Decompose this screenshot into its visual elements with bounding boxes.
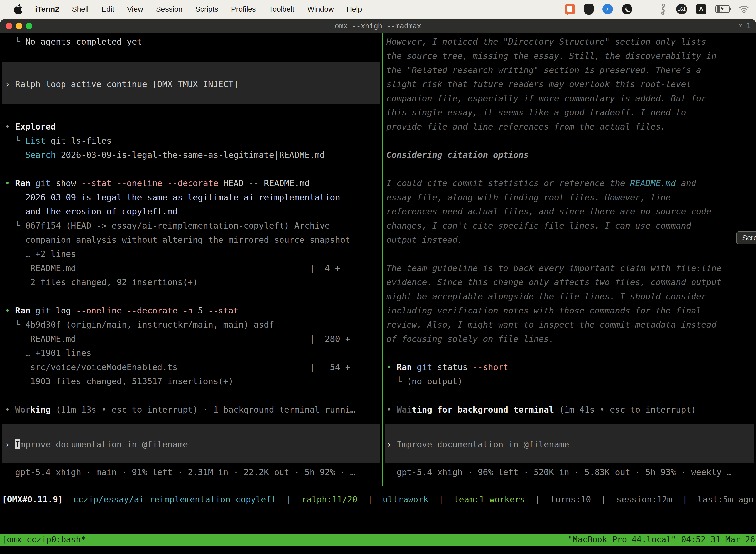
menu-item-view[interactable]: View <box>127 5 143 13</box>
terminal-line: review. Also, I might want to inspect th… <box>386 318 756 332</box>
badge-61-icon[interactable]: ..61 <box>676 4 687 14</box>
terminal-line: companion analysis without altering the … <box>5 233 382 247</box>
terminal-line: provide file and line references from th… <box>386 120 756 134</box>
terminal-line <box>5 63 382 77</box>
menu-item-iterm2[interactable]: iTerm2 <box>35 5 59 13</box>
terminal-line: changes, I can't cite specific file line… <box>386 219 756 233</box>
menu-bar: iTerm2 Shell Edit View Session Scripts P… <box>0 0 756 18</box>
terminal-line: of focusing solely on file lines. <box>386 332 756 346</box>
terminal-line: the source tree, missing the essay. Stil… <box>386 49 756 63</box>
menu-item-help[interactable]: Help <box>347 5 362 13</box>
terminal-line: › Ralph loop active continue [OMX_TMUX_I… <box>5 77 382 91</box>
shield-grid-icon[interactable] <box>584 4 593 15</box>
menu-item-edit[interactable]: Edit <box>102 5 114 13</box>
crescent-icon[interactable] <box>622 4 632 14</box>
terminal-line: references need actual files, and since … <box>386 205 756 219</box>
terminal-line: companion file, especially if more comme… <box>386 91 756 106</box>
menu-item-profiles[interactable]: Profiles <box>231 5 256 13</box>
window-titlebar[interactable]: omx --xhigh --madmax ⌥⌘1 <box>0 19 756 33</box>
terminal-line: 2 files changed, 92 insertions(+) <box>5 275 382 289</box>
terminal-line: gpt-5.4 xhigh · main · 91% left · 2.31M … <box>5 465 382 479</box>
terminal-line <box>386 162 756 176</box>
terminal-line: └ 4b9d30f (origin/main, instructkr/main,… <box>5 318 382 332</box>
tmux-host-clock: "MacBook-Pro-44.local" 04:52 31-Mar-26 <box>568 534 755 546</box>
left-agent-pane[interactable]: └ No agents completed yet› Ralph loop ac… <box>0 33 382 487</box>
terminal-line: └ 067f154 (HEAD -> essay/ai-reimplementa… <box>5 219 382 233</box>
screen: iTerm2 Shell Edit View Session Scripts P… <box>0 0 756 554</box>
terminal-line <box>5 106 382 120</box>
bolt-circle-icon[interactable] <box>603 4 613 14</box>
terminal-line: • Ran git status --short <box>386 360 756 374</box>
terminal-line: evidence. Since this change only affects… <box>386 275 756 289</box>
menu-item-window[interactable]: Window <box>307 5 334 13</box>
iterm2-window: omx --xhigh --madmax ⌥⌘1 └ No agents com… <box>0 19 756 554</box>
left-model-statusline: gpt-5.4 xhigh · main · 91% left · 2.31M … <box>5 465 382 479</box>
omx-session-statusline: [OMX#0.11.9] cczip/essay/ai-reimplementa… <box>2 492 756 507</box>
terminal-line: might be acceptable alongside the file l… <box>386 289 756 303</box>
terminal-line: output instead. <box>386 233 756 247</box>
right-prompt-input[interactable]: › Improve documentation in @filename <box>386 437 756 451</box>
terminal-line: • Explored <box>5 120 382 134</box>
left-prompt-input[interactable]: › Improve documentation in @filename <box>5 437 382 451</box>
tmux-window-label[interactable]: [omx-cczip0:bash* <box>2 534 86 546</box>
terminal-line: • Ran git show --stat --oneline --decora… <box>5 176 382 190</box>
terminal-line: • Working (11m 13s • esc to interrupt) ·… <box>5 403 382 417</box>
terminal-line: › Improve documentation in @filename <box>5 437 382 451</box>
screen-overlay-button[interactable]: Scre <box>736 231 756 244</box>
terminal-line: and-the-erosion-of-copyleft.md <box>5 205 382 219</box>
menu-items: iTerm2 Shell Edit View Session Scripts P… <box>35 5 362 13</box>
terminal-line <box>5 91 382 106</box>
terminal-line: slight risk that future readers may over… <box>386 77 756 91</box>
terminal-line: src/voice/voiceModeEnabled.ts | 54 + <box>5 360 382 374</box>
menu-item-session[interactable]: Session <box>156 5 183 13</box>
terminal-line: • Ran git log --oneline --decorate -n 5 … <box>5 303 382 318</box>
keyboard-layout-icon[interactable]: A <box>696 4 706 14</box>
terminal-line: … +2 lines <box>5 247 382 261</box>
terminal-line: I could cite commit statistics or refere… <box>386 176 756 190</box>
left-pane-bottom-border <box>0 486 382 487</box>
terminal-line <box>386 346 756 360</box>
right-pane-bottom-border <box>382 486 756 487</box>
menu-item-toolbelt[interactable]: Toolbelt <box>269 5 295 13</box>
terminal-line: • Waiting for background terminal (1m 41… <box>386 403 756 417</box>
window-shortcut-hint: ⌥⌘1 <box>738 19 751 33</box>
terminal-line: The team guideline is to back every impo… <box>386 261 756 275</box>
terminal-line: 2026-03-09-is-legal-the-same-as-legitima… <box>5 190 382 205</box>
terminal-line <box>5 162 382 176</box>
terminal-line: … +1901 lines <box>5 346 382 360</box>
terminal-line: this single essay, it seems like a good … <box>386 106 756 120</box>
terminal-line <box>386 388 756 403</box>
terminal-line: gpt-5.4 xhigh · 96% left · 520K in · 5.8… <box>386 465 756 479</box>
apple-menu-icon[interactable] <box>14 4 22 14</box>
terminal-line: However, I noticed the "Directory Struct… <box>386 35 756 49</box>
terminal-line: › Improve documentation in @filename <box>386 437 756 451</box>
terminal-line <box>5 289 382 303</box>
right-model-statusline: gpt-5.4 xhigh · 96% left · 520K in · 5.8… <box>386 465 756 479</box>
menu-bar-status-icons: ..61 A <box>565 0 749 18</box>
menu-item-scripts[interactable]: Scripts <box>195 5 218 13</box>
terminal-line: └ No agents completed yet <box>5 35 382 49</box>
left-pane-output: └ No agents completed yet› Ralph loop ac… <box>5 35 382 417</box>
terminal-line <box>5 49 382 63</box>
screen-record-icon[interactable] <box>565 4 575 14</box>
terminal-line: [OMX#0.11.9] cczip/essay/ai-reimplementa… <box>2 492 756 507</box>
right-pane-output: However, I noticed the "Directory Struct… <box>386 35 756 417</box>
terminal-line: 1903 files changed, 513517 insertions(+) <box>5 374 382 388</box>
terminal-line: └ (no output) <box>386 374 756 388</box>
terminal-line: README.md | 4 + <box>5 261 382 275</box>
window-title: omx --xhigh --madmax <box>0 19 756 33</box>
battery-icon[interactable] <box>715 5 730 13</box>
terminal-line: Search 2026-03-09-is-legal-the-same-as-l… <box>5 148 382 162</box>
terminal-line <box>386 247 756 261</box>
terminal-line: including verification notes with those … <box>386 303 756 318</box>
menu-item-shell[interactable]: Shell <box>72 5 88 13</box>
figure-icon[interactable] <box>660 4 667 15</box>
terminal-line: Considering citation options <box>386 148 756 162</box>
terminal-line: the "Related research writing" section i… <box>386 63 756 77</box>
terminal-line <box>386 134 756 148</box>
terminal-line: └ List git ls-files <box>5 134 382 148</box>
dots-grid-icon[interactable] <box>641 4 651 14</box>
wifi-icon[interactable] <box>739 5 749 13</box>
right-agent-pane[interactable]: However, I noticed the "Directory Struct… <box>383 33 756 487</box>
terminal-line <box>5 388 382 403</box>
